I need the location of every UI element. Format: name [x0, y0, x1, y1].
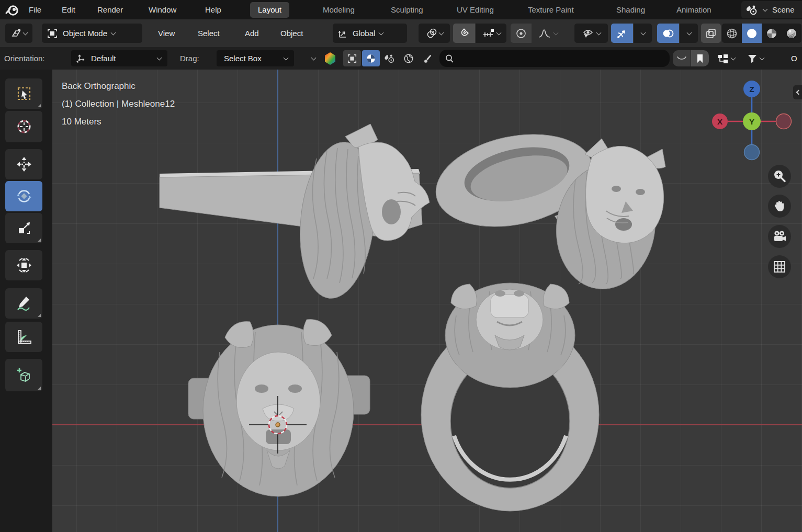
tool-measure[interactable]	[5, 322, 42, 352]
overlays-toggle[interactable]	[657, 24, 679, 43]
pivot-point-button[interactable]	[419, 24, 450, 43]
solid-sphere-icon	[746, 28, 758, 39]
search-input[interactable]	[458, 54, 657, 63]
tool-annotate[interactable]	[5, 288, 42, 319]
filter-brush-button[interactable]	[419, 50, 436, 66]
search-box[interactable]	[439, 50, 670, 67]
editor-type-button[interactable]	[5, 24, 32, 43]
show-object-types-button[interactable]	[574, 24, 608, 43]
menu-render[interactable]: Render	[97, 0, 123, 19]
rotate-icon	[15, 187, 33, 205]
drag-mode-dropdown[interactable]: Select Box	[217, 50, 294, 66]
filter-mode-button[interactable]	[362, 50, 380, 66]
chevron-down-icon	[731, 55, 736, 60]
overlays-dropdown[interactable]	[680, 24, 698, 43]
shading-wireframe-button[interactable]	[722, 24, 742, 43]
model-view-side	[160, 124, 430, 302]
topbar: File Edit Render Window Help Layout Mode…	[0, 0, 802, 19]
model-lion-ring-views	[52, 70, 802, 532]
shading-rendered-button[interactable]	[782, 24, 801, 43]
shading-solid-button[interactable]	[742, 24, 762, 43]
chevron-down-icon	[496, 30, 501, 35]
new-collection-button[interactable]	[673, 50, 691, 66]
globe-icon	[403, 53, 414, 64]
filter-object-button[interactable]	[343, 50, 361, 66]
gizmos-dropdown[interactable]	[634, 24, 652, 43]
view-name: Back Orthographic	[62, 77, 175, 95]
rendered-sphere-icon	[786, 28, 797, 39]
search-icon	[445, 54, 454, 63]
viewport-overlay-text: Back Orthographic (1) Collection | Meshl…	[62, 77, 175, 131]
tool-add-cube[interactable]	[5, 359, 42, 391]
snap-toggle-button[interactable]	[453, 24, 475, 43]
tool-move[interactable]	[5, 149, 42, 179]
falloff-curve-icon	[538, 28, 551, 39]
pan-view-button[interactable]	[768, 195, 791, 218]
display-mode-dropdown[interactable]	[713, 50, 740, 66]
tool-scale[interactable]	[5, 213, 42, 243]
proportional-falloff-dropdown[interactable]	[533, 24, 563, 43]
menu-help[interactable]: Help	[205, 0, 221, 19]
workspace-tab-sculpting[interactable]: Sculpting	[383, 2, 431, 18]
menu-add[interactable]: Add	[245, 19, 259, 47]
proportional-editing-toggle[interactable]	[511, 24, 532, 43]
viewport-3d[interactable]: Back Orthographic (1) Collection | Meshl…	[52, 70, 802, 532]
gizmo-axis-z-positive[interactable]: Z	[743, 81, 760, 97]
drag-label: Drag:	[180, 47, 199, 70]
grid-scale: 10 Meters	[62, 113, 175, 131]
shading-material-button[interactable]	[762, 24, 782, 43]
gizmo-axis-z-negative[interactable]	[744, 145, 760, 160]
workspace-tab-texture-paint[interactable]: Texture Paint	[520, 2, 582, 18]
material-sphere-icon	[766, 28, 777, 39]
chevron-left-icon	[796, 90, 801, 95]
snap-increments-icon	[482, 28, 495, 39]
menu-object[interactable]: Object	[280, 19, 303, 47]
matcap-preview-button[interactable]	[321, 50, 339, 66]
tool-rotate[interactable]	[5, 181, 42, 211]
menu-file[interactable]: File	[29, 0, 41, 19]
sidebar-toggle[interactable]	[793, 85, 802, 99]
menu-window[interactable]: Window	[149, 0, 176, 19]
menu-view[interactable]: View	[158, 19, 175, 47]
workspace-tab-modeling[interactable]: Modeling	[315, 2, 363, 18]
menu-edit[interactable]: Edit	[62, 0, 75, 19]
transform-orientation-dropdown[interactable]: Global	[333, 24, 407, 43]
orientation-default-dropdown[interactable]: Default	[71, 50, 167, 66]
collapse-panel-button[interactable]	[307, 50, 320, 66]
workspace-tab-animation[interactable]: Animation	[669, 2, 719, 18]
collection-object-name: (1) Collection | Meshleone12	[62, 95, 175, 113]
filter-scene-button[interactable]	[381, 50, 399, 66]
xray-toggle[interactable]	[701, 24, 721, 43]
scene-selector[interactable]: Scene	[741, 1, 802, 18]
camera-view-button[interactable]	[768, 225, 791, 248]
mode-label: Object Mode	[63, 29, 107, 38]
tool-transform[interactable]	[5, 250, 42, 280]
tool-cursor[interactable]	[5, 111, 42, 142]
gizmo-icon	[616, 28, 628, 39]
proportional-circle-icon	[515, 28, 527, 39]
gizmo-axis-x-positive[interactable]: X	[712, 114, 728, 129]
annotate-pen-icon	[16, 295, 32, 312]
gizmos-toggle[interactable]	[611, 24, 633, 43]
svg-text:X: X	[717, 117, 722, 126]
orientation-value: Default	[91, 54, 116, 63]
menu-select[interactable]: Select	[198, 19, 220, 47]
axis-move-icon	[75, 53, 86, 64]
snap-to-dropdown[interactable]	[476, 24, 506, 43]
workspace-tab-shading[interactable]: Shading	[608, 2, 653, 18]
gizmo-axis-x-negative[interactable]	[776, 114, 792, 129]
filter-dropdown[interactable]	[742, 50, 769, 66]
clipped-right-text: O	[791, 47, 797, 70]
filter-world-button[interactable]	[400, 50, 417, 66]
workspace-tab-layout[interactable]: Layout	[250, 2, 289, 18]
drag-value: Select Box	[224, 54, 262, 63]
workspace-tab-uv-editing[interactable]: UV Editing	[449, 2, 502, 18]
tool-select-box[interactable]	[5, 78, 42, 109]
navigation-gizmo[interactable]: Z X Y	[709, 77, 795, 164]
blender-logo-icon[interactable]	[5, 3, 19, 17]
ortho-toggle-button[interactable]	[768, 255, 791, 278]
mode-dropdown[interactable]: Object Mode	[42, 24, 142, 43]
gizmo-axis-y-center[interactable]: Y	[743, 112, 761, 130]
zoom-view-button[interactable]	[768, 165, 791, 188]
bookmark-button[interactable]	[691, 50, 709, 66]
